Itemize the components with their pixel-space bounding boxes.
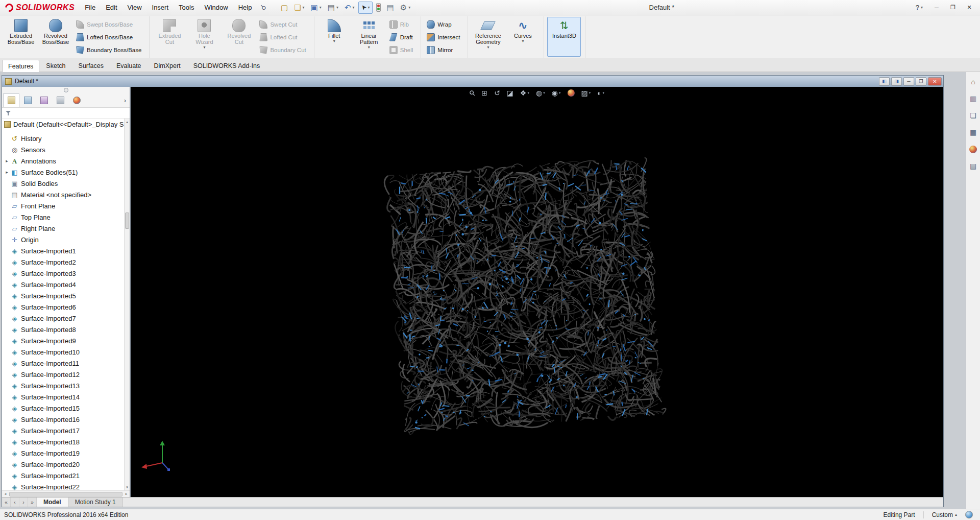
tree-item[interactable]: ▸ Surface-Imported10 bbox=[2, 346, 124, 358]
doc-close-button[interactable]: ✕ bbox=[928, 77, 942, 86]
menu-item[interactable]: View bbox=[122, 1, 147, 14]
select-button[interactable]: ➤ ▾ bbox=[358, 2, 373, 14]
swept-boss-base-button[interactable]: Swept Boss/Base bbox=[74, 18, 146, 31]
menu-item[interactable]: Tools bbox=[174, 1, 199, 14]
dropdown-arrow-icon[interactable]: ▾ bbox=[303, 5, 305, 10]
tree-item[interactable]: ▸ Surface-Imported20 bbox=[2, 459, 124, 470]
tree-vertical-scrollbar[interactable]: ▴ ▾ bbox=[124, 119, 130, 490]
dropdown-arrow-icon[interactable]: ▾ bbox=[543, 91, 545, 95]
dimxpertmanager-tab[interactable] bbox=[52, 93, 68, 107]
zoom-to-fit-button[interactable]: ⚲ ▾ bbox=[468, 88, 476, 98]
doc-restore-button[interactable]: ❐ bbox=[916, 77, 926, 86]
tab-solidworks-add-ins[interactable]: SOLIDWORKS Add-Ins bbox=[187, 59, 266, 72]
propertymanager-tab[interactable] bbox=[19, 93, 36, 107]
tab-evaluate[interactable]: Evaluate bbox=[110, 59, 148, 72]
tree-item[interactable]: ▸ Surface-Imported5 bbox=[2, 290, 124, 301]
tree-item[interactable]: ▸ Surface-Imported15 bbox=[2, 403, 124, 414]
model-tab[interactable]: Model bbox=[37, 498, 68, 507]
rib-button[interactable]: Rib bbox=[387, 18, 418, 31]
dropdown-arrow-icon[interactable]: ▾ bbox=[589, 91, 591, 95]
tree-item[interactable]: ▸ Front Plane bbox=[2, 200, 124, 211]
tree-item[interactable]: ▸ Surface-Imported19 bbox=[2, 447, 124, 459]
menu-item[interactable]: Insert bbox=[147, 1, 174, 14]
scrollbar-thumb[interactable] bbox=[9, 492, 122, 497]
previous-view-button[interactable]: ↺ ▾ bbox=[493, 88, 502, 98]
print-button[interactable]: ▤ ▾ bbox=[325, 2, 341, 14]
tree-item[interactable]: ▸ Surface-Imported21 bbox=[2, 470, 124, 481]
display-style-button[interactable]: ◍ ▾ bbox=[534, 88, 547, 98]
doc-pane-right-button[interactable]: ◨ bbox=[891, 77, 902, 86]
motion-study-tab[interactable]: Motion Study 1 bbox=[68, 498, 123, 507]
document-titlebar[interactable]: Default * ◧◨─❐✕ bbox=[2, 76, 943, 87]
menu-item[interactable]: Help bbox=[233, 1, 257, 14]
rebuild-button[interactable]: ▾ bbox=[374, 2, 383, 14]
draft-button[interactable]: Draft bbox=[387, 31, 418, 43]
tree-filter-row[interactable] bbox=[2, 108, 130, 119]
scroll-up-icon[interactable]: ▴ bbox=[125, 119, 130, 125]
unit-system-selector[interactable]: Custom ▴ bbox=[932, 511, 957, 518]
file-explorer-button[interactable]: ❏ bbox=[968, 110, 979, 121]
new-document-button[interactable]: ▢ ▾ bbox=[278, 2, 290, 14]
zoom-to-area-button[interactable]: ⊞ ▾ bbox=[480, 88, 489, 98]
tree-item[interactable]: ▸ Surface-Imported13 bbox=[2, 380, 124, 391]
fillet-button[interactable]: Fillet ▾ bbox=[317, 17, 351, 57]
tree-item[interactable]: ▸ Solid Bodies bbox=[2, 178, 124, 189]
graphics-viewport[interactable]: ⚲ ▾ ⊞ ▾ ↺ ▾ ◪ ▾ ❖ ▾ bbox=[131, 87, 943, 497]
quick-tips-icon[interactable] bbox=[965, 511, 973, 518]
undo-button[interactable]: ↶ ▾ bbox=[342, 2, 357, 14]
tab-scroll-prev-button[interactable]: ‹ bbox=[11, 498, 19, 507]
view-orientation-button[interactable]: ❖ ▾ bbox=[519, 88, 531, 98]
open-button[interactable]: ❏ ▾ bbox=[291, 2, 307, 14]
revolved-boss-base-button[interactable]: Revolved Boss/Base ▾ bbox=[39, 17, 72, 57]
dropdown-arrow-icon[interactable]: ▾ bbox=[320, 5, 322, 10]
hide-show-items-button[interactable]: ◉ ▾ bbox=[550, 88, 562, 98]
extruded-boss-base-button[interactable]: Extruded Boss/Base ▾ bbox=[4, 17, 38, 57]
reference-geometry-button[interactable]: Reference Geometry ▾ bbox=[471, 17, 505, 57]
view-settings-button[interactable]: ◐ ▾ bbox=[596, 88, 606, 98]
tree-item[interactable]: ▸ Material <not specified> bbox=[2, 189, 124, 200]
save-button[interactable]: ▣ ▾ bbox=[308, 2, 324, 14]
tree-item[interactable]: ▸ Surface-Imported18 bbox=[2, 436, 124, 447]
tree-item[interactable]: ▸ Surface Bodies(51) bbox=[2, 167, 124, 178]
app-restore-button[interactable]: ❐ bbox=[945, 2, 961, 13]
tab-dimxpert[interactable]: DimXpert bbox=[148, 59, 187, 72]
displaymanager-tab[interactable] bbox=[68, 93, 85, 107]
tree-item[interactable]: ▸ Surface-Imported4 bbox=[2, 279, 124, 290]
tab-features[interactable]: Features bbox=[2, 60, 39, 72]
app-minimize-button[interactable]: ─ bbox=[929, 2, 944, 13]
tree-item[interactable]: ▸ Surface-Imported3 bbox=[2, 268, 124, 279]
scroll-right-icon[interactable]: ▸ bbox=[123, 492, 130, 496]
scrollbar-thumb[interactable] bbox=[125, 212, 129, 229]
tree-item[interactable]: ▸ Surface-Imported6 bbox=[2, 301, 124, 313]
tab-scroll-first-button[interactable]: « bbox=[2, 498, 11, 507]
revolved-cut-button[interactable]: Revolved Cut ▾ bbox=[222, 17, 256, 57]
curves-button[interactable]: Curves ▾ bbox=[506, 17, 540, 57]
tree-item[interactable]: ▸ History bbox=[2, 133, 124, 144]
tree-item[interactable]: ▸ Origin bbox=[2, 234, 124, 245]
tree-item[interactable]: ▸ Surface-Imported1 bbox=[2, 245, 124, 256]
boundary-boss-base-button[interactable]: Boundary Boss/Base bbox=[74, 43, 146, 56]
configurationmanager-tab[interactable] bbox=[36, 93, 52, 107]
pin-icon[interactable]: ⚲ bbox=[259, 3, 267, 12]
file-properties-button[interactable]: ▤ ▾ bbox=[384, 2, 397, 14]
tree-item[interactable]: ▸ Surface-Imported11 bbox=[2, 358, 124, 369]
flyout-arrow-icon[interactable]: ▾ bbox=[333, 39, 335, 43]
tree-item[interactable]: ▸ Surface-Imported12 bbox=[2, 369, 124, 380]
tree-item[interactable]: ▸ Surface-Imported8 bbox=[2, 324, 124, 335]
lofted-boss-base-button[interactable]: Lofted Boss/Base bbox=[74, 31, 146, 43]
tree-item[interactable]: ▸ Right Plane bbox=[2, 223, 124, 234]
dropdown-arrow-icon[interactable]: ▾ bbox=[336, 5, 338, 10]
options-button[interactable]: ⚙ ▾ bbox=[398, 2, 413, 14]
linear-pattern-button[interactable]: Linear Pattern ▾ bbox=[352, 17, 386, 57]
dropdown-arrow-icon[interactable]: ▾ bbox=[559, 91, 561, 95]
tab-sketch[interactable]: Sketch bbox=[40, 59, 71, 72]
scroll-left-icon[interactable]: ◂ bbox=[2, 492, 9, 496]
tab-scroll-next-button[interactable]: › bbox=[19, 498, 28, 507]
shell-button[interactable]: Shell bbox=[387, 43, 418, 56]
tree-item[interactable]: ▸ Surface-Imported9 bbox=[2, 335, 124, 346]
dropdown-arrow-icon[interactable]: ▾ bbox=[527, 91, 529, 95]
mirror-button[interactable]: Mirror bbox=[424, 43, 464, 56]
doc-pane-left-button[interactable]: ◧ bbox=[879, 77, 890, 86]
doc-minimize-button[interactable]: ─ bbox=[903, 77, 914, 86]
tree-item[interactable]: ▸ Surface-Imported22 bbox=[2, 481, 124, 490]
